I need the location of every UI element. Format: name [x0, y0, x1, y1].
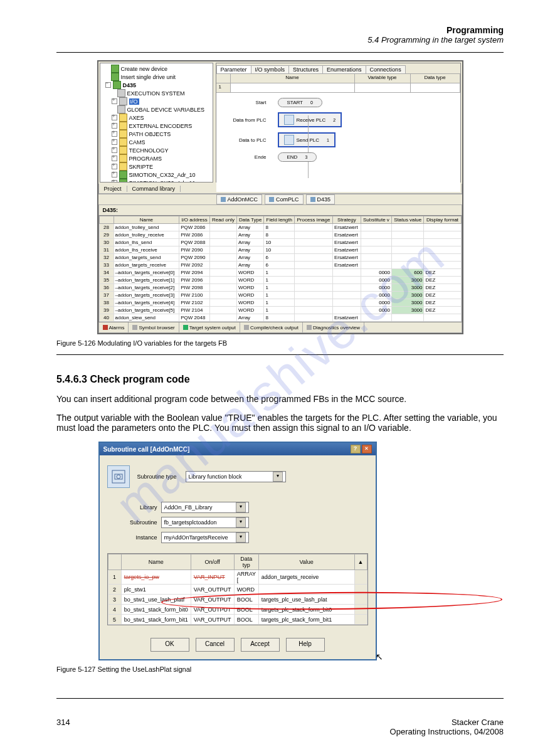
- table-row[interactable]: 33addon_targets_receivePIW 2092Array6Ers…: [99, 262, 461, 269]
- column-header[interactable]: Substitute v: [361, 216, 391, 224]
- table-row[interactable]: 31addon_lhs_receivePIW 2090Array10Ersatz…: [99, 246, 461, 254]
- table-row[interactable]: 1targets_io_pwVAR_INPUTARRAY [addon_targ…: [108, 570, 367, 585]
- chevron-down-icon[interactable]: ▾: [236, 532, 246, 543]
- tree-tab-project[interactable]: Project: [99, 186, 127, 192]
- expand-icon[interactable]: [112, 180, 117, 183]
- table-row[interactable]: 2plc_stw1VAR_OUTPUTWORD: [108, 585, 367, 595]
- cell[interactable]: VAR_OUTPUT: [191, 595, 234, 605]
- cell[interactable]: targets_plc_use_lash_plat: [258, 595, 354, 605]
- table-row[interactable]: 4bo_stw1_stack_form_bit0VAR_OUTPUTBOOLta…: [108, 605, 367, 615]
- flow-node[interactable]: END3: [278, 152, 317, 162]
- tree-item[interactable]: PROGRAMS: [102, 154, 211, 162]
- library-combo[interactable]: AddOn_FB_Library▾: [161, 502, 249, 513]
- close-icon[interactable]: ×: [362, 445, 372, 453]
- tree-item[interactable]: EXTERNAL ENCODERS: [102, 122, 211, 130]
- column-header[interactable]: Name: [114, 216, 179, 224]
- tree-item[interactable]: Insert single drive unit: [102, 73, 211, 81]
- column-header[interactable]: Field length: [264, 216, 295, 224]
- cell[interactable]: VAR_OUTPUT: [191, 615, 234, 625]
- cell[interactable]: BOOL: [234, 595, 258, 605]
- help-button[interactable]: Help: [286, 638, 325, 652]
- flow-step[interactable]: EndeEND3: [216, 152, 460, 162]
- tree-item[interactable]: EXECUTION SYSTEM: [102, 89, 211, 97]
- cell[interactable]: WORD: [234, 585, 258, 595]
- cell[interactable]: bo_stw1_stack_form_bit1: [121, 615, 191, 625]
- column-header[interactable]: On/off: [191, 554, 234, 570]
- tree-item[interactable]: PATH OBJECTS: [102, 130, 211, 138]
- cell[interactable]: BOOL: [234, 615, 258, 625]
- parameter-grid[interactable]: NameOn/offData typValue▲ 1targets_io_pwV…: [107, 553, 368, 625]
- subroutine-combo[interactable]: fb_targetsplctoaddon▾: [161, 517, 249, 528]
- column-header[interactable]: Data typ: [234, 554, 258, 570]
- tree-item[interactable]: I/O: [102, 97, 211, 105]
- tree-item[interactable]: SIMOTION_CX32_Adr_11: [102, 179, 211, 183]
- table-row[interactable]: 40addon_slew_sendPQW 2048Array8Ersatzwer…: [99, 314, 461, 322]
- tree-item[interactable]: TECHNOLOGY: [102, 146, 211, 154]
- expand-icon[interactable]: [112, 115, 117, 120]
- column-header[interactable]: [99, 216, 114, 224]
- instance-combo[interactable]: myAddOnTargetsReceive▾: [161, 532, 249, 543]
- scroll-up-icon[interactable]: ▲: [354, 554, 367, 570]
- project-tree[interactable]: Create new deviceInsert single drive uni…: [100, 63, 213, 183]
- accept-button[interactable]: Accept: [241, 638, 280, 652]
- output-tab-compile[interactable]: Compile/check output: [240, 322, 303, 332]
- tree-item[interactable]: AXES: [102, 114, 211, 122]
- tree-item[interactable]: SIMOTION_CX32_Adr_10: [102, 171, 211, 179]
- expand-icon[interactable]: [112, 123, 117, 129]
- column-header[interactable]: Value: [258, 554, 354, 570]
- lower-tab-complc[interactable]: ComPLC: [265, 194, 304, 204]
- output-tab-symbol[interactable]: Symbol browser: [129, 322, 179, 332]
- table-row[interactable]: 35–addon_targets_receive[1]PIW 2096WORD1…: [99, 277, 461, 284]
- table-row[interactable]: 38–addon_targets_receive[4]PIW 2102WORD1…: [99, 299, 461, 307]
- cell[interactable]: bo_stw1_stack_form_bit0: [121, 605, 191, 615]
- chevron-down-icon[interactable]: ▾: [236, 502, 246, 512]
- subtype-combo[interactable]: Library function block▾: [186, 471, 286, 482]
- expand-icon[interactable]: [112, 156, 117, 161]
- expand-icon[interactable]: [112, 139, 117, 145]
- lower-tab-addonmcc[interactable]: AddOnMCC: [216, 194, 263, 204]
- table-row[interactable]: 28addon_trolley_sendPQW 2086Array8Ersatz…: [99, 224, 461, 231]
- d435-grid[interactable]: NameI/O addressRead onlyData TypeField l…: [98, 215, 462, 322]
- column-header[interactable]: Name: [121, 554, 191, 570]
- flow-node[interactable]: START0: [278, 98, 322, 107]
- tree-item[interactable]: SKRIPTE: [102, 162, 211, 171]
- collapse-icon[interactable]: [105, 82, 111, 88]
- cancel-button[interactable]: Cancel: [196, 638, 235, 652]
- chevron-down-icon[interactable]: ▾: [236, 517, 246, 527]
- column-header[interactable]: I/O address: [179, 216, 210, 224]
- tree-item[interactable]: Create new device: [102, 65, 211, 73]
- cell[interactable]: VAR_OUTPUT: [191, 605, 234, 615]
- expand-icon[interactable]: [112, 164, 117, 169]
- column-header[interactable]: Display format: [424, 216, 461, 224]
- ok-button[interactable]: OK: [151, 638, 189, 652]
- help-icon[interactable]: ?: [351, 445, 361, 453]
- expand-icon[interactable]: [112, 172, 117, 177]
- output-tab-target[interactable]: Target system output: [179, 322, 240, 332]
- column-header[interactable]: Status value: [392, 216, 424, 224]
- chevron-down-icon[interactable]: ▾: [273, 472, 283, 482]
- flow-node[interactable]: Send PLC1: [278, 132, 335, 147]
- flow-node[interactable]: Receive PLC2: [278, 112, 342, 127]
- output-tab-diag[interactable]: Diagnostics overview: [303, 322, 364, 332]
- tab-connections[interactable]: Connections: [366, 65, 406, 73]
- table-row[interactable]: 29addon_trolley_receivePIW 2086Array8Ers…: [99, 231, 461, 239]
- table-row[interactable]: 32addon_targets_sendPQW 2090Array6Ersatz…: [99, 254, 461, 262]
- table-row[interactable]: 36–addon_targets_receive[2]PIW 2098WORD1…: [99, 284, 461, 292]
- table-row[interactable]: 5bo_stw1_stack_form_bit1VAR_OUTPUTBOOLta…: [108, 615, 367, 625]
- table-row[interactable]: 3bo_stw1_use_lash_platfVAR_OUTPUTBOOLtar…: [108, 595, 367, 605]
- table-row[interactable]: 37–addon_targets_receive[3]PIW 2100WORD1…: [99, 292, 461, 299]
- column-header[interactable]: Strategy: [332, 216, 361, 224]
- cell[interactable]: addon_targets_receive: [258, 570, 354, 585]
- expand-icon[interactable]: [112, 131, 117, 137]
- tab-io-symbols[interactable]: I/O symbols: [251, 65, 290, 73]
- table-row[interactable]: 34–addon_targets_receive[0]PIW 2094WORD1…: [99, 269, 461, 277]
- column-header[interactable]: Data Type: [237, 216, 264, 224]
- table-row[interactable]: 30addon_lhs_sendPQW 2088Array10Ersatzwer…: [99, 239, 461, 246]
- flow-step[interactable]: StartSTART0: [216, 98, 460, 107]
- column-header[interactable]: Read only: [209, 216, 236, 224]
- flow-step[interactable]: Data to PLCSend PLC1: [216, 132, 460, 147]
- cell[interactable]: BOOL: [234, 605, 258, 615]
- cell[interactable]: [258, 585, 354, 595]
- tab-enumerations[interactable]: Enumerations: [322, 65, 366, 73]
- tree-tab-cmdlib[interactable]: Command library: [127, 186, 181, 192]
